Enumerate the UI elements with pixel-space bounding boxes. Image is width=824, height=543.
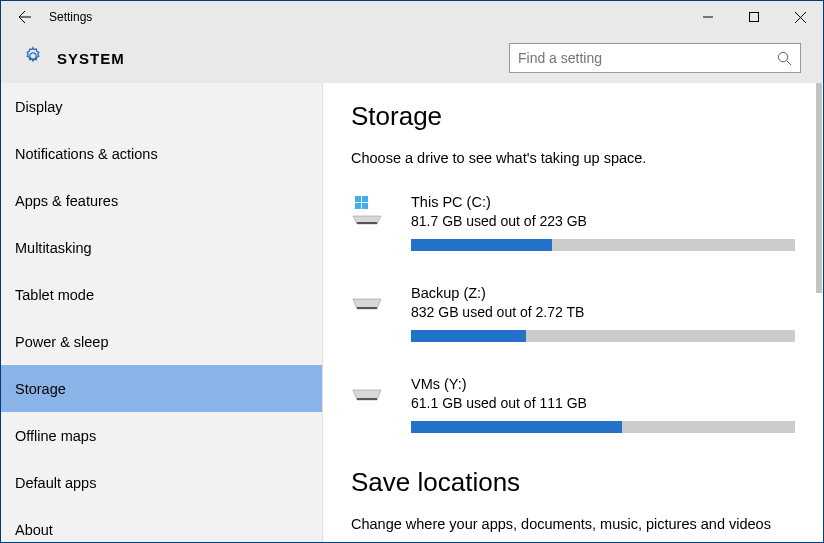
minimize-button[interactable] — [685, 1, 731, 33]
sidebar-item-label: Notifications & actions — [15, 146, 158, 162]
search-input[interactable] — [518, 50, 777, 66]
sidebar-item-label: Tablet mode — [15, 287, 94, 303]
svg-point-1 — [778, 52, 787, 61]
svg-rect-4 — [355, 203, 361, 209]
drive-icon — [351, 194, 391, 251]
search-icon — [777, 51, 792, 66]
drive-bar — [411, 330, 795, 342]
sidebar-item-label: Offline maps — [15, 428, 96, 444]
drive-body: VMs (Y:)61.1 GB used out of 111 GB — [411, 376, 795, 433]
drive-bar — [411, 239, 795, 251]
page-title: Storage — [351, 101, 795, 132]
window-controls — [685, 1, 823, 33]
save-locations-description: Change where your apps, documents, music… — [351, 516, 795, 532]
sidebar-item-label: About — [15, 522, 53, 538]
scrollbar-thumb[interactable] — [816, 83, 822, 293]
sidebar-item-multitasking[interactable]: Multitasking — [1, 224, 322, 271]
header-left: SYSTEM — [23, 46, 125, 70]
back-arrow-icon — [17, 9, 33, 25]
minimize-icon — [703, 12, 713, 22]
search-box[interactable] — [509, 43, 801, 73]
drive-bar — [411, 421, 795, 433]
sidebar-item-apps-features[interactable]: Apps & features — [1, 177, 322, 224]
svg-rect-7 — [357, 307, 377, 309]
svg-rect-3 — [362, 196, 368, 202]
drive-icon — [351, 376, 391, 433]
sidebar-item-offline-maps[interactable]: Offline maps — [1, 412, 322, 459]
drive-item[interactable]: Backup (Z:)832 GB used out of 2.72 TB — [351, 285, 795, 342]
drive-item[interactable]: VMs (Y:)61.1 GB used out of 111 GB — [351, 376, 795, 433]
sidebar-item-label: Apps & features — [15, 193, 118, 209]
sidebar-item-default-apps[interactable]: Default apps — [1, 459, 322, 506]
close-icon — [795, 12, 806, 23]
drive-bar-fill — [411, 421, 622, 433]
drive-bar-fill — [411, 330, 526, 342]
maximize-icon — [749, 12, 759, 22]
system-label: SYSTEM — [57, 50, 125, 67]
maximize-button[interactable] — [731, 1, 777, 33]
sidebar-item-tablet-mode[interactable]: Tablet mode — [1, 271, 322, 318]
sidebar-item-notifications-actions[interactable]: Notifications & actions — [1, 130, 322, 177]
svg-rect-2 — [355, 196, 361, 202]
page-description: Choose a drive to see what's taking up s… — [351, 150, 795, 166]
svg-rect-5 — [362, 203, 368, 209]
sidebar-item-power-sleep[interactable]: Power & sleep — [1, 318, 322, 365]
drive-icon — [351, 285, 391, 342]
svg-rect-8 — [357, 398, 377, 400]
header: SYSTEM — [1, 33, 823, 83]
close-button[interactable] — [777, 1, 823, 33]
svg-rect-0 — [750, 13, 759, 22]
drive-bar-fill — [411, 239, 552, 251]
drive-usage: 832 GB used out of 2.72 TB — [411, 304, 795, 320]
save-locations-title: Save locations — [351, 467, 795, 498]
drive-name: Backup (Z:) — [411, 285, 795, 301]
sidebar-item-label: Storage — [15, 381, 66, 397]
sidebar: DisplayNotifications & actionsApps & fea… — [1, 83, 323, 542]
scrollbar[interactable] — [809, 83, 823, 542]
drive-body: This PC (C:)81.7 GB used out of 223 GB — [411, 194, 795, 251]
sidebar-item-storage[interactable]: Storage — [1, 365, 322, 412]
drive-usage: 81.7 GB used out of 223 GB — [411, 213, 795, 229]
drive-body: Backup (Z:)832 GB used out of 2.72 TB — [411, 285, 795, 342]
back-button[interactable] — [1, 1, 49, 33]
sidebar-item-display[interactable]: Display — [1, 83, 322, 130]
gear-icon — [23, 46, 43, 70]
sidebar-item-label: Default apps — [15, 475, 96, 491]
svg-rect-6 — [357, 222, 377, 224]
drive-usage: 61.1 GB used out of 111 GB — [411, 395, 795, 411]
body: DisplayNotifications & actionsApps & fea… — [1, 83, 823, 542]
sidebar-item-label: Multitasking — [15, 240, 92, 256]
sidebar-item-about[interactable]: About — [1, 506, 322, 542]
content: Storage Choose a drive to see what's tak… — [323, 83, 823, 542]
sidebar-item-label: Display — [15, 99, 63, 115]
drive-name: This PC (C:) — [411, 194, 795, 210]
window-title: Settings — [49, 10, 92, 24]
titlebar: Settings — [1, 1, 823, 33]
sidebar-item-label: Power & sleep — [15, 334, 109, 350]
drive-name: VMs (Y:) — [411, 376, 795, 392]
drive-item[interactable]: This PC (C:)81.7 GB used out of 223 GB — [351, 194, 795, 251]
